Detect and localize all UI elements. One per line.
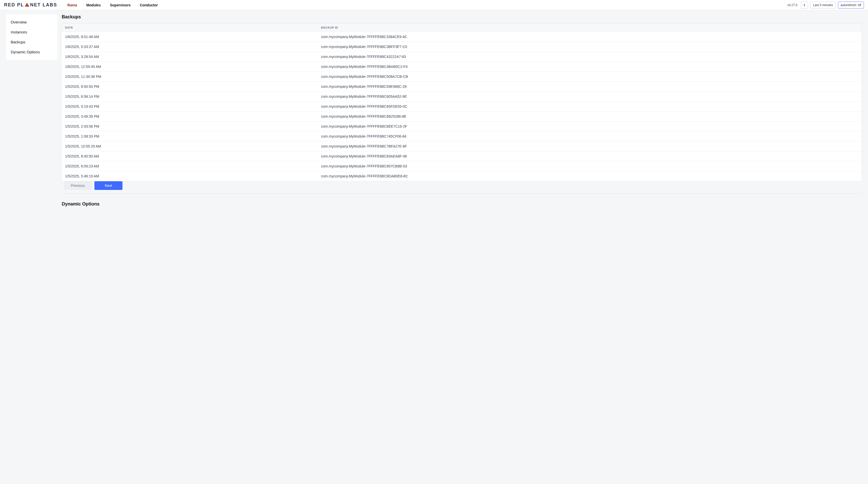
cell-backup-id: com.mycompany.MyModule-7FFFFE6BC3BFF3F7-… <box>318 42 862 52</box>
sidebar: Overview Instances Backups Dynamic Optio… <box>6 14 57 60</box>
previous-button-label: Previous <box>71 184 85 188</box>
cell-date: 1/5/2025, 3:49:39 PM <box>61 112 318 122</box>
cell-backup-id: com.mycompany.MyModule-7FFFFE6BC508A7CB-… <box>318 72 862 82</box>
cell-date: 1/5/2025, 1:08:33 PM <box>61 131 318 142</box>
sidebar-item-label: Overview <box>11 20 27 24</box>
brand-logo: RED PL NET LABS <box>4 2 57 8</box>
sidebar-item-dynamic-options[interactable]: Dynamic Options <box>6 48 57 56</box>
sidebar-item-backups[interactable]: Backups <box>6 38 57 46</box>
cell-date: 1/6/2025, 3:28:54 AM <box>61 52 318 62</box>
previous-button[interactable]: Previous <box>64 181 92 190</box>
main-content: Backups DATE BACKUP ID 1/6/2025, 8:01:48… <box>61 14 862 210</box>
autorefresh-label: autorefresh: off <box>841 3 861 7</box>
cell-date: 1/5/2025, 2:43:56 PM <box>61 122 318 131</box>
table-row[interactable]: 1/5/2025, 5:19:43 PMcom.mycompany.MyModu… <box>61 101 862 112</box>
table-row[interactable]: 1/5/2025, 11:34:36 PMcom.mycompany.MyMod… <box>61 72 862 82</box>
table-row[interactable]: 1/5/2025, 2:43:56 PMcom.mycompany.MyModu… <box>61 122 862 131</box>
next-button[interactable]: Next <box>94 181 122 190</box>
cell-backup-id: com.mycompany.MyModule-7FFFFE6BC65FDE55-… <box>318 101 862 112</box>
backups-table-card: DATE BACKUP ID 1/6/2025, 8:01:48 AMcom.m… <box>61 23 862 181</box>
table-row[interactable]: 1/5/2025, 10:55:29 AMcom.mycompany.MyMod… <box>61 142 862 151</box>
nav-link-modules[interactable]: Modules <box>86 3 101 7</box>
table-row[interactable]: 1/5/2025, 6:58:14 PMcom.mycompany.MyModu… <box>61 92 862 101</box>
cell-backup-id: com.mycompany.MyModule-7FFFFE6BC7BFA27E-… <box>318 142 862 151</box>
cell-date: 1/5/2025, 8:40:50 AM <box>61 151 318 161</box>
cell-date: 1/5/2025, 6:58:14 PM <box>61 92 318 101</box>
table-row[interactable]: 1/5/2025, 5:46:19 AMcom.mycompany.MyModu… <box>61 171 862 181</box>
column-header-backup-id[interactable]: BACKUP ID <box>318 24 862 32</box>
primary-nav: Rama Modules Supervisors Conductor <box>67 3 158 7</box>
pager: Previous Next <box>61 181 862 192</box>
table-row[interactable]: 1/6/2025, 8:01:48 AMcom.mycompany.MyModu… <box>61 32 862 42</box>
cell-backup-id: com.mycompany.MyModule-7FFFFE6BC83AEA8F-… <box>318 151 862 161</box>
table-row[interactable]: 1/5/2025, 1:08:33 PMcom.mycompany.MyModu… <box>61 131 862 142</box>
table-row[interactable]: 1/5/2025, 6:59:23 AMcom.mycompany.MyModu… <box>61 161 862 171</box>
cell-backup-id: com.mycompany.MyModule-7FFFFE6BC897CB8B-… <box>318 161 862 171</box>
cell-backup-id: com.mycompany.MyModule-7FFFFE6BC6EE7C16-… <box>318 122 862 131</box>
table-row[interactable]: 1/6/2025, 3:28:54 AMcom.mycompany.MyModu… <box>61 52 862 62</box>
time-back-button[interactable] <box>801 2 808 9</box>
cell-date: 1/6/2025, 5:33:37 AM <box>61 42 318 52</box>
nav-link-rama[interactable]: Rama <box>67 3 77 7</box>
cell-date: 1/5/2025, 11:34:36 PM <box>61 72 318 82</box>
nav-link-supervisors[interactable]: Supervisors <box>110 3 131 7</box>
sidebar-item-label: Backups <box>11 40 26 44</box>
topbar: RED PL NET LABS Rama Modules Supervisors… <box>0 0 868 10</box>
table-row[interactable]: 1/6/2025, 12:59:45 AMcom.mycompany.MyMod… <box>61 62 862 72</box>
logo-text-right: NET LABS <box>30 2 57 8</box>
cell-date: 1/5/2025, 5:19:43 PM <box>61 101 318 112</box>
cell-date: 1/5/2025, 10:55:29 AM <box>61 142 318 151</box>
time-window-button[interactable]: Last 5 minutes <box>810 2 836 9</box>
section-title-dynamic-options: Dynamic Options <box>62 202 862 207</box>
time-window-label: Last 5 minutes <box>813 3 833 7</box>
sidebar-item-label: Instances <box>11 30 27 34</box>
cell-backup-id: com.mycompany.MyModule-7FFFFE6BC745CF06-… <box>318 131 862 142</box>
table-row[interactable]: 1/6/2025, 5:33:37 AMcom.mycompany.MyModu… <box>61 42 862 52</box>
chevron-left-icon <box>803 4 806 6</box>
cell-backup-id: com.mycompany.MyModule-7FFFFE6BC8DAB0E8-… <box>318 171 862 181</box>
column-header-date[interactable]: DATE <box>61 24 318 32</box>
cell-backup-id: com.mycompany.MyModule-7FFFFE6BC605AA52-… <box>318 92 862 101</box>
cell-date: 1/5/2025, 5:46:19 AM <box>61 171 318 181</box>
autorefresh-toggle[interactable]: autorefresh: off <box>838 2 864 9</box>
cell-backup-id: com.mycompany.MyModule-7FFFFE6BC43222A7-… <box>318 52 862 62</box>
topbar-right: v0.27.0 Last 5 minutes autorefresh: off <box>787 2 864 9</box>
section-title-backups: Backups <box>62 14 862 20</box>
cell-backup-id: com.mycompany.MyModule-7FFFFE6BC4BAB0C2-… <box>318 62 862 72</box>
version-label: v0.27.0 <box>787 3 797 7</box>
sidebar-item-label: Dynamic Options <box>11 50 40 54</box>
logo-text-left: RED PL <box>4 2 24 8</box>
backups-table: DATE BACKUP ID 1/6/2025, 8:01:48 AMcom.m… <box>61 24 862 181</box>
nav-link-conductor[interactable]: Conductor <box>140 3 158 7</box>
table-row[interactable]: 1/5/2025, 3:49:39 PMcom.mycompany.MyModu… <box>61 112 862 122</box>
cell-date: 1/5/2025, 8:50:50 PM <box>61 82 318 92</box>
cell-backup-id: com.mycompany.MyModule-7FFFFE6BC6B25286-… <box>318 112 862 122</box>
sidebar-item-overview[interactable]: Overview <box>6 18 57 26</box>
cell-date: 1/6/2025, 8:01:48 AM <box>61 32 318 42</box>
cell-backup-id: com.mycompany.MyModule-7FFFFE6BC59E968C-… <box>318 82 862 92</box>
logo-triangle-icon <box>25 3 29 7</box>
sidebar-item-instances[interactable]: Instances <box>6 28 57 36</box>
table-row[interactable]: 1/5/2025, 8:50:50 PMcom.mycompany.MyModu… <box>61 82 862 92</box>
next-button-label: Next <box>105 184 112 188</box>
cell-backup-id: com.mycompany.MyModule-7FFFFE6BC3384CE9-… <box>318 32 862 42</box>
cell-date: 1/5/2025, 6:59:23 AM <box>61 161 318 171</box>
cell-date: 1/6/2025, 12:59:45 AM <box>61 62 318 72</box>
section-divider <box>61 193 862 194</box>
table-row[interactable]: 1/5/2025, 8:40:50 AMcom.mycompany.MyModu… <box>61 151 862 161</box>
